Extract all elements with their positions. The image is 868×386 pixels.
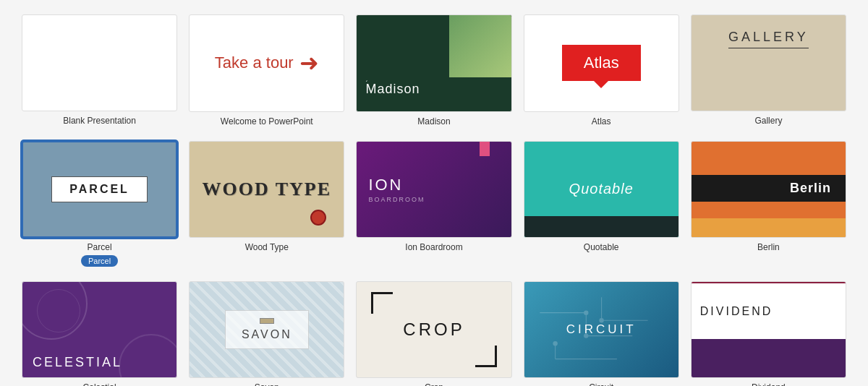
savon-text: SAVON [242,328,292,341]
thumbnail-woodtype[interactable]: WOOD TYPE [189,141,344,239]
thumbnail-tour[interactable]: Take a tour ➜ [189,14,344,112]
template-label-crop: Crop [425,382,443,386]
thumbnail-quotable[interactable]: Quotable [524,141,679,239]
ion-title: ION [368,176,403,194]
thumbnail-crop[interactable]: CROP [356,281,511,379]
template-item-gallery[interactable]: GALLERY Gallery [691,14,846,126]
template-label-quotable: Quotable [584,242,619,252]
template-label-celestial: Celestial [83,382,116,386]
template-item-madison[interactable]: ´ Madison Madison [356,14,511,126]
gallery-text: GALLERY [728,30,809,48]
template-label-madison: Madison [417,116,450,126]
template-grid: Blank Presentation Take a tour ➜ Welcome… [22,14,846,386]
template-item-savon[interactable]: SAVON Savon [189,281,344,386]
savon-box: SAVON [225,310,309,349]
template-item-circuit[interactable]: CIRCUIT Circuit [524,281,679,386]
template-label-dividend: Dividend [752,382,786,386]
madison-green-block [449,15,511,77]
template-item-blank[interactable]: Blank Presentation [22,14,177,126]
tour-text: Take a tour [215,53,294,72]
madison-title: Madison [365,82,420,97]
thumbnail-dividend[interactable]: DIVIDEND [691,281,846,378]
atlas-box: Atlas [562,45,641,81]
dividend-top: DIVIDEND [692,282,846,340]
thumbnail-celestial[interactable]: CELESTIAL [22,281,177,378]
thumbnail-blank[interactable] [22,14,177,111]
wood-stamp [310,210,326,226]
template-item-woodtype[interactable]: WOOD TYPE Wood Type [189,141,344,267]
circuit-text: CIRCUIT [566,322,637,337]
savon-clasp [260,318,274,324]
thumbnail-berlin[interactable]: Berlin [691,141,846,238]
template-item-atlas[interactable]: Atlas Atlas [524,14,679,126]
thumbnail-savon[interactable]: SAVON [189,281,344,379]
template-label-woodtype: Wood Type [245,242,289,252]
template-item-celestial[interactable]: CELESTIAL Celestial [22,281,177,386]
thumbnail-parcel[interactable]: PARCEL [22,141,177,238]
parcel-box: PARCEL [51,176,148,202]
svg-point-10 [553,341,557,346]
quotable-bar [524,216,678,237]
thumbnail-madison[interactable]: ´ Madison [356,14,511,112]
template-label-savon: Savon [255,382,279,386]
template-item-quotable[interactable]: Quotable Quotable [524,141,679,267]
svg-point-3 [584,310,588,314]
celestial-circle3 [119,334,177,378]
thumbnail-circuit[interactable]: CIRCUIT [524,281,679,379]
tour-icon: ➜ [299,49,319,77]
ion-tag [480,142,490,156]
template-item-ion[interactable]: ION BOARDROOM Ion Boardroom [356,141,511,267]
berlin-stripe: Berlin [692,175,846,202]
ion-sub: BOARDROOM [368,196,425,203]
template-label-circuit: Circuit [589,382,613,386]
berlin-text: Berlin [790,181,831,196]
parcel-badge: Parcel [81,255,118,267]
woodtype-title: WOOD TYPE [202,179,331,200]
thumbnail-gallery[interactable]: GALLERY [691,14,846,111]
template-label-blank: Blank Presentation [63,116,136,126]
template-label-gallery: Gallery [754,116,782,126]
template-label-parcel: Parcel [88,242,112,252]
template-item-tour[interactable]: Take a tour ➜ Welcome to PowerPoint [189,14,344,126]
crop-text: CROP [403,319,464,340]
thumbnail-ion[interactable]: ION BOARDROOM [356,141,511,239]
celestial-circle2 [37,289,80,333]
template-label-atlas: Atlas [592,116,611,126]
template-label-ion: Ion Boardroom [405,242,462,252]
template-label-berlin: Berlin [757,242,780,252]
celestial-title: CELESTIAL [33,355,122,370]
template-item-dividend[interactable]: DIVIDEND Dividend [691,281,846,386]
dividend-bottom [692,339,846,377]
template-item-crop[interactable]: CROP Crop [356,281,511,386]
crop-corner-topleft [371,292,393,314]
quotable-text: Quotable [569,181,634,197]
template-label-tour: Welcome to PowerPoint [221,116,313,126]
template-item-parcel[interactable]: PARCEL Parcel Parcel [22,141,177,267]
crop-corner-bottomright [475,346,497,367]
template-item-berlin[interactable]: Berlin Berlin [691,141,846,267]
thumbnail-atlas[interactable]: Atlas [524,14,679,112]
dividend-text: DIVIDEND [700,305,773,318]
berlin-bottom [692,218,846,237]
